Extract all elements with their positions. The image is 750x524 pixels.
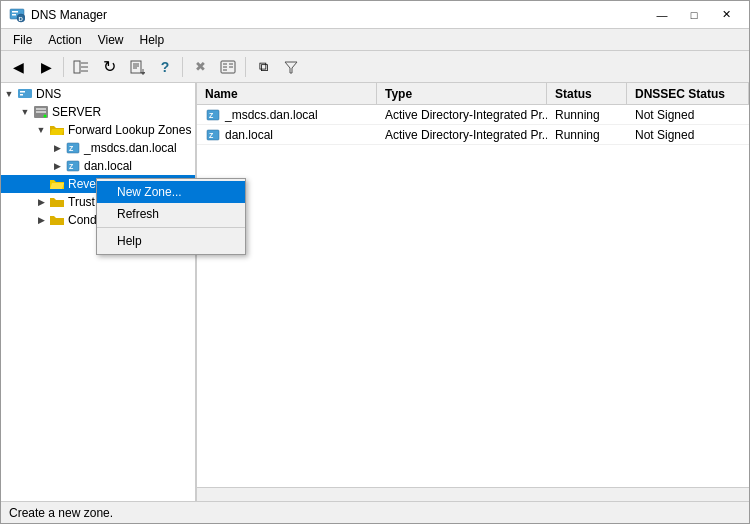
expand-conditional[interactable]: ▶: [33, 212, 49, 228]
col-header-type[interactable]: Type: [377, 83, 547, 104]
context-menu: New Zone... Refresh Help: [96, 178, 246, 255]
svg-rect-24: [20, 94, 23, 96]
cell-name-1: Z _msdcs.dan.local: [197, 105, 377, 124]
folder-icon-conditional: [49, 212, 65, 228]
tree-label-server: SERVER: [52, 105, 101, 119]
close-button[interactable]: ✕: [711, 5, 741, 25]
maximize-button[interactable]: □: [679, 5, 709, 25]
expand-reverse[interactable]: [33, 176, 49, 192]
table-row[interactable]: Z _msdcs.dan.local Active Directory-Inte…: [197, 105, 749, 125]
tree-label-conditional: Cond: [68, 213, 97, 227]
detail-rows: Z _msdcs.dan.local Active Directory-Inte…: [197, 105, 749, 487]
menu-bar: File Action View Help: [1, 29, 749, 51]
minimize-button[interactable]: —: [647, 5, 677, 25]
cell-dnssec-2: Not Signed: [627, 125, 749, 144]
zone-icon-danlocal: Z: [65, 158, 81, 174]
cell-type-2: Active Directory-Integrated Pr...: [377, 125, 547, 144]
new-window-button[interactable]: ⧉: [250, 54, 276, 80]
tree-node-danlocal[interactable]: ▶ Z dan.local: [1, 157, 195, 175]
server-tree-icon: [33, 104, 49, 120]
export-icon: [129, 59, 145, 75]
status-bar: Create a new zone.: [1, 501, 749, 523]
svg-point-28: [44, 115, 47, 118]
horizontal-scrollbar[interactable]: [197, 487, 749, 501]
app-icon: D: [9, 7, 25, 23]
expand-server[interactable]: ▼: [17, 104, 33, 120]
main-content: ▼ DNS ▼ SERVER: [1, 83, 749, 501]
expand-danlocal[interactable]: ▶: [49, 158, 65, 174]
context-menu-separator: [97, 227, 245, 228]
tree-panel[interactable]: ▼ DNS ▼ SERVER: [1, 83, 197, 501]
tree-node-msdcs[interactable]: ▶ Z _msdcs.dan.local: [1, 139, 195, 157]
row-zone-icon-2: Z: [205, 127, 221, 143]
properties-icon: [220, 59, 236, 75]
tree-label-danlocal: dan.local: [84, 159, 132, 173]
col-header-dnssec[interactable]: DNSSEC Status: [627, 83, 749, 104]
window-title: DNS Manager: [31, 8, 107, 22]
export-list-button[interactable]: [124, 54, 150, 80]
toolbar-sep-3: [245, 57, 246, 77]
dns-tree-icon: [17, 86, 33, 102]
title-bar-left: D DNS Manager: [9, 7, 107, 23]
expand-dns[interactable]: ▼: [1, 86, 17, 102]
menu-file[interactable]: File: [5, 29, 40, 51]
back-button[interactable]: ◀: [5, 54, 31, 80]
svg-text:Z: Z: [209, 132, 214, 139]
menu-view[interactable]: View: [90, 29, 132, 51]
svg-rect-5: [74, 61, 80, 73]
tree-icon: [73, 59, 89, 75]
tree-label-trust: Trust: [68, 195, 95, 209]
cell-status-2: Running: [547, 125, 627, 144]
svg-rect-1: [12, 11, 18, 13]
folder-open-icon-forward: [49, 122, 65, 138]
folder-icon-trust: [49, 194, 65, 210]
status-text: Create a new zone.: [9, 506, 113, 520]
col-header-status[interactable]: Status: [547, 83, 627, 104]
forward-button[interactable]: ▶: [33, 54, 59, 80]
toolbar-sep-1: [63, 57, 64, 77]
svg-rect-22: [18, 89, 32, 98]
context-menu-item-refresh[interactable]: Refresh: [97, 203, 245, 225]
svg-rect-23: [20, 91, 25, 93]
help-button[interactable]: ?: [152, 54, 178, 80]
tree-label-msdcs: _msdcs.dan.local: [84, 141, 177, 155]
svg-rect-27: [36, 111, 46, 113]
tree-node-server[interactable]: ▼ SERVER: [1, 103, 195, 121]
cell-status-1: Running: [547, 105, 627, 124]
tree-label-dns: DNS: [36, 87, 61, 101]
cell-dnssec-1: Not Signed: [627, 105, 749, 124]
svg-text:Z: Z: [69, 163, 74, 170]
svg-text:Z: Z: [69, 145, 74, 152]
col-header-name[interactable]: Name: [197, 83, 377, 104]
table-row[interactable]: Z dan.local Active Directory-Integrated …: [197, 125, 749, 145]
title-bar-controls: — □ ✕: [647, 5, 741, 25]
expand-trust[interactable]: ▶: [33, 194, 49, 210]
context-menu-item-new-zone[interactable]: New Zone...: [97, 181, 245, 203]
filter-icon: [283, 59, 299, 75]
zone-icon-msdcs: Z: [65, 140, 81, 156]
properties-button[interactable]: [215, 54, 241, 80]
svg-marker-21: [285, 62, 297, 73]
cell-type-1: Active Directory-Integrated Pr...: [377, 105, 547, 124]
menu-action[interactable]: Action: [40, 29, 89, 51]
show-tree-button[interactable]: [68, 54, 94, 80]
title-bar: D DNS Manager — □ ✕: [1, 1, 749, 29]
folder-open-icon-reverse: [49, 176, 65, 192]
svg-text:D: D: [19, 15, 24, 21]
tree-label-forward: Forward Lookup Zones: [68, 123, 191, 137]
svg-text:Z: Z: [209, 112, 214, 119]
filter-button[interactable]: [278, 54, 304, 80]
tree-node-dns[interactable]: ▼ DNS: [1, 85, 195, 103]
expand-forward[interactable]: ▼: [33, 122, 49, 138]
refresh-button[interactable]: ↻: [96, 54, 122, 80]
svg-rect-2: [12, 14, 16, 16]
tree-node-forward-lookup[interactable]: ▼ Forward Lookup Zones: [1, 121, 195, 139]
svg-rect-26: [36, 108, 46, 110]
delete-button[interactable]: ✖: [187, 54, 213, 80]
cell-name-2: Z dan.local: [197, 125, 377, 144]
context-menu-item-help[interactable]: Help: [97, 230, 245, 252]
detail-panel: Name Type Status DNSSEC Status Z _msdcs.…: [197, 83, 749, 501]
menu-help[interactable]: Help: [132, 29, 173, 51]
expand-msdcs[interactable]: ▶: [49, 140, 65, 156]
toolbar: ◀ ▶ ↻ ? ✖: [1, 51, 749, 83]
